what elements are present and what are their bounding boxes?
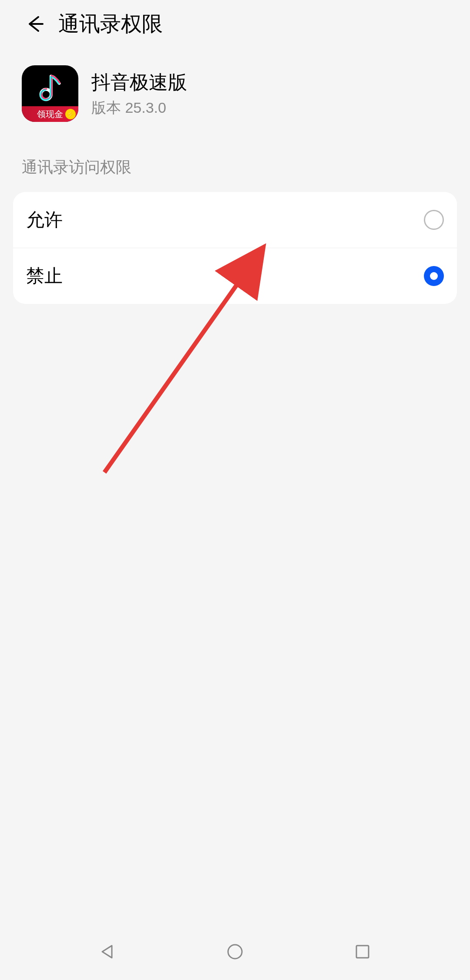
app-info-section: 领现金 ⚡ 抖音极速版 版本 25.3.0 [0, 48, 470, 135]
triangle-back-icon [98, 942, 117, 961]
option-label: 禁止 [26, 264, 63, 288]
app-icon-banner-text: 领现金 [37, 108, 63, 120]
back-button[interactable] [22, 11, 48, 37]
nav-recent-button[interactable] [349, 939, 376, 965]
app-details: 抖音极速版 版本 25.3.0 [91, 70, 187, 118]
app-icon-banner: 领现金 ⚡ [22, 106, 78, 122]
radio-selected-icon [424, 266, 444, 286]
option-label: 允许 [26, 208, 63, 232]
music-note-icon [35, 73, 65, 104]
back-arrow-icon [25, 14, 44, 34]
app-name: 抖音极速版 [91, 70, 187, 95]
square-recent-icon [353, 942, 372, 961]
option-allow[interactable]: 允许 [13, 192, 457, 248]
navigation-bar [0, 923, 470, 980]
section-label: 通讯录访问权限 [0, 135, 470, 187]
radio-unselected-icon [424, 210, 444, 230]
header: 通讯录权限 [0, 0, 470, 48]
permission-options-card: 允许 禁止 [13, 192, 457, 304]
app-icon: 领现金 ⚡ [22, 65, 78, 122]
app-version: 版本 25.3.0 [91, 98, 187, 118]
bolt-icon: ⚡ [65, 109, 76, 119]
nav-home-button[interactable] [222, 939, 248, 965]
page-title: 通讯录权限 [58, 10, 163, 38]
svg-rect-2 [356, 946, 369, 958]
nav-back-button[interactable] [94, 939, 121, 965]
svg-point-1 [228, 945, 242, 959]
option-deny[interactable]: 禁止 [13, 248, 457, 304]
circle-home-icon [225, 942, 245, 961]
